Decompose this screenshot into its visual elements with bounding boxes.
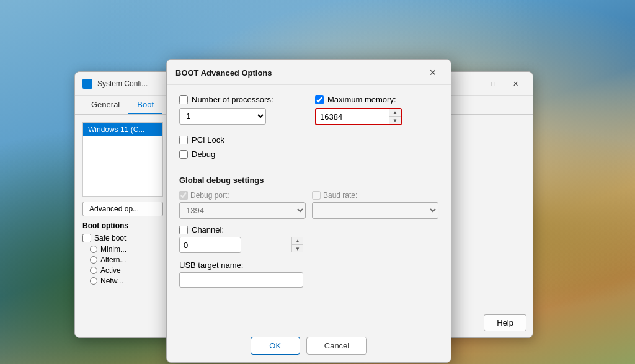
pci-debug-section: PCI Lock Debug	[179, 135, 438, 159]
close-button[interactable]: ✕	[505, 77, 525, 91]
baud-rate-checkbox	[312, 191, 321, 200]
memory-input[interactable]	[316, 109, 389, 124]
channel-checkbox[interactable]	[179, 226, 188, 234]
safe-boot-row: Safe boot	[82, 234, 163, 242]
num-processors-checkbox[interactable]	[179, 95, 188, 104]
minimal-row: Minim...	[82, 245, 163, 254]
baud-rate-label: Baud rate:	[312, 191, 438, 200]
num-processors-label: Number of processors:	[192, 95, 273, 104]
network-label: Netw...	[100, 277, 123, 285]
boot-dialog-footer: OK Cancel	[167, 329, 451, 362]
pci-lock-label[interactable]: PCI Lock	[179, 135, 438, 144]
max-memory-checkbox-label[interactable]: Maximum memory:	[315, 95, 438, 104]
memory-spinner: ▲ ▼	[389, 109, 401, 124]
max-memory-label: Maximum memory:	[327, 95, 396, 104]
tab-boot[interactable]: Boot	[128, 96, 162, 114]
safe-boot-label: Safe boot	[94, 234, 126, 242]
network-row: Netw...	[82, 277, 163, 285]
top-options-row: Number of processors: 1 2 4 8 Maximum me…	[179, 95, 438, 125]
num-processors-select-wrapper[interactable]: 1 2 4 8	[179, 108, 266, 125]
alternate-label: Altern...	[100, 255, 126, 264]
window-controls: ─ □ ✕	[461, 77, 525, 91]
usb-label: USB target name:	[179, 260, 438, 270]
boot-dialog-body: Number of processors: 1 2 4 8 Maximum me…	[167, 85, 451, 329]
debug-port-group: Debug port: 1394	[179, 191, 306, 219]
maximize-button[interactable]: □	[483, 77, 503, 91]
boot-dialog-titlebar: BOOT Advanced Options ✕	[167, 60, 451, 85]
active-row: Active	[82, 266, 163, 275]
boot-list[interactable]: Windows 11 (C...	[82, 122, 163, 197]
usb-input[interactable]	[179, 272, 303, 288]
pci-lock-text: PCI Lock	[192, 135, 224, 144]
safe-boot-checkbox[interactable]	[82, 234, 91, 242]
debug-checkbox[interactable]	[179, 150, 188, 159]
num-processors-checkbox-label[interactable]: Number of processors:	[179, 95, 303, 104]
debug-port-checkbox	[179, 191, 188, 200]
boot-dialog: BOOT Advanced Options ✕ Number of proces…	[166, 59, 451, 363]
minimal-radio[interactable]	[90, 246, 97, 253]
max-memory-group: Maximum memory: ▲ ▼	[315, 95, 438, 125]
advanced-options-button[interactable]: Advanced op...	[82, 202, 163, 216]
sysconfig-footer: Help	[477, 308, 533, 337]
debug-port-select: 1394	[180, 203, 305, 218]
active-label: Active	[100, 266, 121, 275]
num-processors-select[interactable]: 1 2 4 8	[180, 109, 265, 124]
channel-spinner-down[interactable]: ▼	[292, 245, 303, 252]
debug-text: Debug	[192, 149, 215, 159]
global-debug-section-header: Global debug settings	[179, 175, 438, 185]
dialog-close-button[interactable]: ✕	[424, 66, 442, 79]
alternate-row: Altern...	[82, 255, 163, 264]
debug-port-select-wrapper[interactable]: 1394	[179, 202, 306, 219]
tab-general[interactable]: General	[82, 96, 128, 114]
channel-spinner-wrapper: ▲ ▼	[179, 237, 241, 253]
computer-icon	[82, 79, 92, 89]
pci-lock-checkbox[interactable]	[179, 136, 188, 144]
baud-rate-group: Baud rate:	[312, 191, 438, 219]
minimal-label: Minim...	[100, 245, 127, 254]
boot-options-label: Boot options	[82, 221, 163, 230]
num-processors-group: Number of processors: 1 2 4 8	[179, 95, 303, 125]
channel-spinner-up[interactable]: ▲	[292, 237, 303, 245]
usb-section: USB target name:	[179, 260, 438, 288]
debug-settings-grid: Debug port: 1394 Baud rate:	[179, 191, 438, 219]
sysconfig-left-panel: Windows 11 (C... Advanced op... Boot opt…	[82, 122, 163, 323]
help-button[interactable]: Help	[484, 314, 526, 331]
channel-spinner-btns: ▲ ▼	[291, 237, 303, 252]
channel-section: Channel: ▲ ▼	[179, 225, 438, 253]
channel-input[interactable]	[180, 237, 291, 252]
memory-input-wrapper: ▲ ▼	[315, 108, 402, 125]
boot-list-item[interactable]: Windows 11 (C...	[83, 123, 162, 136]
debug-port-label: Debug port:	[179, 191, 306, 200]
minimize-button[interactable]: ─	[461, 77, 481, 91]
baud-rate-select-wrapper	[312, 202, 438, 219]
network-radio[interactable]	[90, 277, 97, 285]
ok-button[interactable]: OK	[251, 337, 300, 355]
dialog-divider	[179, 169, 438, 169]
max-memory-checkbox[interactable]	[315, 95, 324, 104]
channel-text: Channel:	[192, 225, 224, 234]
cancel-button[interactable]: Cancel	[306, 337, 367, 355]
channel-label[interactable]: Channel:	[179, 225, 438, 234]
debug-label[interactable]: Debug	[179, 149, 438, 159]
baud-rate-select	[313, 203, 438, 218]
alternate-radio[interactable]	[90, 256, 97, 264]
memory-spinner-down[interactable]: ▼	[389, 117, 401, 124]
boot-dialog-title: BOOT Advanced Options	[175, 68, 424, 78]
memory-spinner-up[interactable]: ▲	[389, 109, 401, 117]
active-radio[interactable]	[90, 267, 97, 274]
